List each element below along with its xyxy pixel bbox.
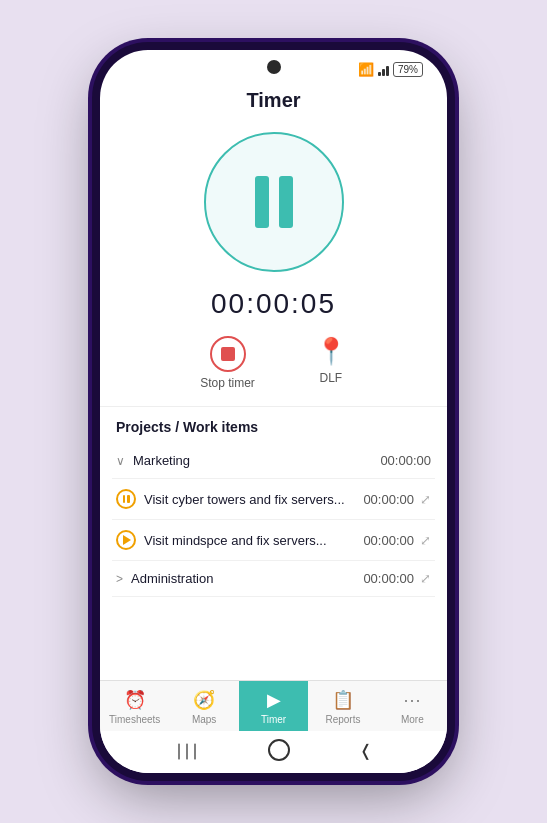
project-left: > Administration <box>116 571 355 586</box>
pause-bar-left <box>255 176 269 228</box>
nav-label-more: More <box>401 714 424 725</box>
project-left: ∨ Marketing <box>116 453 372 468</box>
compass-icon: 🧭 <box>193 689 215 711</box>
stop-timer-label: Stop timer <box>200 376 255 390</box>
pause-badge-icon <box>116 489 136 509</box>
project-left: Visit mindspce and fix servers... <box>116 530 355 550</box>
project-time: 00:00:00 <box>363 533 414 548</box>
wifi-icon: 📶 <box>358 62 374 77</box>
back-button[interactable]: ∣∣∣ <box>175 741 199 760</box>
project-name: Administration <box>131 571 213 586</box>
bottom-nav: ⏰ Timesheets 🧭 Maps ▶ Timer 📋 Reports ⋯ … <box>100 680 447 731</box>
project-time: 00:00:00 <box>363 571 414 586</box>
recent-apps-button[interactable]: ❬ <box>359 741 372 760</box>
list-item[interactable]: ∨ Marketing 00:00:00 <box>112 443 435 479</box>
project-name: Visit mindspce and fix servers... <box>144 533 327 548</box>
play-icon: ▶ <box>267 689 281 711</box>
phone-frame: 📶 79% Timer 00:00:05 <box>100 50 447 773</box>
reports-icon: 📋 <box>332 689 354 711</box>
expand-icon: ⤢ <box>420 571 431 586</box>
pause-badge-bar-left <box>123 495 126 503</box>
pause-badge-bar-right <box>127 495 130 503</box>
projects-header: Projects / Work items <box>112 407 435 443</box>
location-label: DLF <box>320 371 343 385</box>
location-pin-icon: 📍 <box>315 336 347 367</box>
nav-item-timer[interactable]: ▶ Timer <box>239 681 308 731</box>
project-time: 00:00:00 <box>363 492 414 507</box>
battery-badge: 79% <box>393 62 423 77</box>
action-row: Stop timer 📍 DLF <box>100 336 447 406</box>
page-title: Timer <box>100 81 447 124</box>
nav-item-timesheets[interactable]: ⏰ Timesheets <box>100 681 169 731</box>
project-name: Visit cyber towers and fix servers... <box>144 492 345 507</box>
status-bar: 📶 79% <box>100 50 447 81</box>
play-badge-icon <box>116 530 136 550</box>
nav-label-maps: Maps <box>192 714 216 725</box>
signal-bars-icon <box>378 64 389 76</box>
home-button[interactable] <box>268 739 290 761</box>
nav-label-reports: Reports <box>325 714 360 725</box>
pause-bar-right <box>279 176 293 228</box>
list-item[interactable]: > Administration 00:00:00 ⤢ <box>112 561 435 597</box>
pause-badge-bars <box>123 495 130 503</box>
content-area: Timer 00:00:05 Stop timer 📍 DLF <box>100 81 447 773</box>
project-name: Marketing <box>133 453 190 468</box>
project-time: 00:00:00 <box>380 453 431 468</box>
clock-icon: ⏰ <box>124 689 146 711</box>
timer-display: 00:00:05 <box>100 288 447 336</box>
stop-circle-icon <box>210 336 246 372</box>
chevron-right-icon: > <box>116 572 123 586</box>
projects-section: Projects / Work items ∨ Marketing 00:00:… <box>100 406 447 680</box>
stop-square-icon <box>221 347 235 361</box>
nav-item-reports[interactable]: 📋 Reports <box>308 681 377 731</box>
home-bar: ∣∣∣ ❬ <box>100 731 447 773</box>
list-item[interactable]: Visit mindspce and fix servers... 00:00:… <box>112 520 435 561</box>
camera-notch <box>267 60 281 74</box>
pause-icon <box>255 176 293 228</box>
nav-item-more[interactable]: ⋯ More <box>378 681 447 731</box>
location-button[interactable]: 📍 DLF <box>315 336 347 385</box>
play-triangle-icon <box>123 535 131 545</box>
project-left: Visit cyber towers and fix servers... <box>116 489 355 509</box>
chevron-down-icon: ∨ <box>116 454 125 468</box>
status-icons: 📶 79% <box>358 62 423 77</box>
nav-item-maps[interactable]: 🧭 Maps <box>169 681 238 731</box>
more-icon: ⋯ <box>403 689 421 711</box>
nav-label-timesheets: Timesheets <box>109 714 160 725</box>
stop-timer-button[interactable]: Stop timer <box>200 336 255 390</box>
expand-icon: ⤢ <box>420 492 431 507</box>
timer-circle-wrap <box>100 124 447 288</box>
nav-label-timer: Timer <box>261 714 286 725</box>
timer-circle[interactable] <box>204 132 344 272</box>
list-item[interactable]: Visit cyber towers and fix servers... 00… <box>112 479 435 520</box>
expand-icon: ⤢ <box>420 533 431 548</box>
